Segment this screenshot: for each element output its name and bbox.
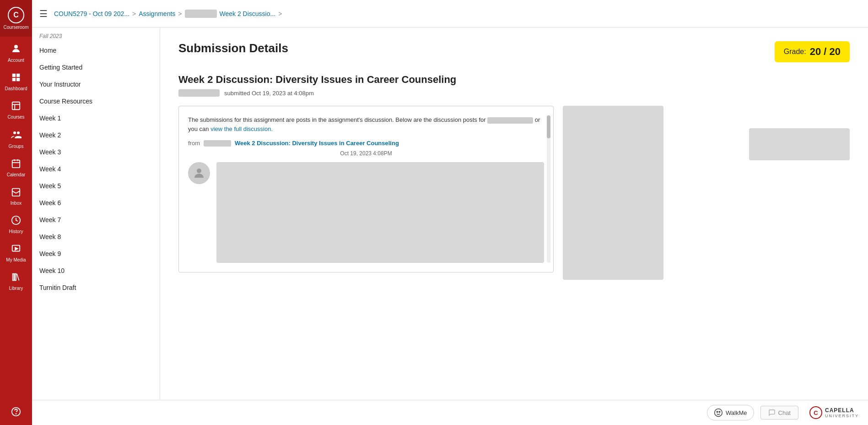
sidebar-item-history[interactable]: History [0,211,32,239]
svg-point-23 [715,409,722,417]
walkme-button[interactable]: WalkMe [707,405,754,420]
svg-rect-18 [13,274,14,281]
view-full-discussion-link[interactable]: view the full discussion. [210,125,273,132]
breadcrumb-course[interactable]: COUN5279 - Oct 09 202... [54,10,129,17]
breadcrumb-sep2: > [178,10,182,17]
mymedia-icon [11,244,21,256]
discussion-container: The submissions for this assignment are … [178,106,554,272]
sidebar-item-week5[interactable]: Week 5 [32,178,160,195]
breadcrumb-sep1: > [132,10,136,17]
sidebar-season: Fall 2023 [32,27,160,42]
post-date: Oct 19, 2023 4:08PM [188,150,544,157]
sidebar-item-week9[interactable]: Week 9 [32,245,160,262]
content-wrapper: Fall 2023 Home Getting Started Your Inst… [32,27,868,400]
breadcrumb-assignments[interactable]: Assignments [139,10,175,17]
svg-rect-10 [12,160,20,168]
top-bar: ☰ COUN5279 - Oct 09 202... > Assignments… [32,0,868,27]
logo-area[interactable]: C Courseroom [0,0,32,37]
page-title: Submission Details [178,41,850,55]
svg-rect-1 [12,74,16,77]
help-icon [11,407,21,420]
svg-point-8 [13,131,16,134]
courseroom-logo: C [8,7,24,23]
sidebar-item-your-instructor[interactable]: Your Instructor [32,76,160,93]
avatar [188,162,210,184]
discussion-scroll-thumb[interactable] [547,115,550,138]
sidebar-item-week7[interactable]: Week 7 [32,212,160,229]
sidebar-item-week3[interactable]: Week 3 [32,144,160,161]
svg-rect-14 [12,189,20,196]
library-icon [11,272,21,285]
capella-text-block: CAPELLA UNIVERSITY [825,407,859,418]
discussion-body-text: The submissions for this assignment are … [188,115,544,133]
dashboard-label: Dashboard [5,86,27,92]
breadcrumb-redacted [185,10,217,18]
sidebar-item-help[interactable] [0,402,32,425]
post-entry [188,162,544,263]
right-info-panel [749,128,850,160]
sidebar-item-calendar[interactable]: Calendar [0,154,32,182]
walkme-label: WalkMe [726,409,747,416]
sidebar-item-week1[interactable]: Week 1 [32,110,160,127]
svg-point-24 [717,411,718,413]
courses-icon [11,101,21,114]
chat-label: Chat [778,409,791,416]
sidebar-item-week4[interactable]: Week 4 [32,161,160,178]
breadcrumb: COUN5279 - Oct 09 202... > Assignments >… [54,10,282,18]
inbox-icon [11,187,21,200]
submitted-text: submitted Oct 19, 2023 at 4:08pm [224,90,314,97]
from-redacted [204,140,231,147]
capella-name: CAPELLA [825,407,859,414]
left-navigation: C Courseroom Account Dashboard Courses G… [0,0,32,425]
svg-point-9 [17,131,20,134]
svg-rect-5 [12,102,20,110]
chat-button[interactable]: Chat [760,406,798,420]
courses-label: Courses [7,114,24,120]
from-row: from Week 2 Discussion: Diversity Issues… [188,140,544,147]
bottom-bar: WalkMe Chat C CAPELLA UNIVERSITY [32,400,868,425]
page-content: Submission Details Grade: 20 / 20 Week 2… [160,27,868,400]
sidebar-item-week6[interactable]: Week 6 [32,195,160,212]
sidebar-item-mymedia[interactable]: My Media [0,239,32,267]
svg-rect-3 [12,78,16,81]
groups-icon [11,129,22,143]
sidebar-item-account[interactable]: Account [0,38,32,68]
discussion-intro: The submissions for this assignment are … [188,116,487,123]
svg-point-25 [719,411,720,413]
walkme-icon [714,408,723,417]
discussion-scrollbar[interactable] [547,115,550,263]
capella-logo: C CAPELLA UNIVERSITY [809,406,859,419]
hamburger-menu[interactable]: ☰ [39,8,48,19]
sidebar-item-home[interactable]: Home [32,42,160,59]
sidebar-item-getting-started[interactable]: Getting Started [32,59,160,76]
from-label: from [188,140,200,147]
account-icon [11,43,22,57]
sidebar-item-inbox[interactable]: Inbox [0,182,32,211]
sidebar-item-groups[interactable]: Groups [0,125,32,154]
svg-point-21 [16,414,16,414]
sidebar-item-dashboard[interactable]: Dashboard [0,68,32,96]
svg-marker-17 [15,247,18,250]
breadcrumb-week[interactable]: Week 2 Discussio... [220,10,276,17]
sidebar-item-week8[interactable]: Week 8 [32,229,160,245]
discussion-title: Week 2 Discussion: Diversity Issues in C… [178,74,850,86]
sidebar-item-courses[interactable]: Courses [0,96,32,125]
chat-icon [768,409,776,416]
sidebar-item-course-resources[interactable]: Course Resources [32,93,160,110]
mymedia-label: My Media [6,257,26,263]
discussion-link[interactable]: Week 2 Discussion: Diversity Issues in C… [235,140,399,147]
sidebar-item-library[interactable]: Library [0,267,32,296]
svg-point-0 [14,45,18,49]
svg-rect-2 [16,74,20,77]
submitter-redacted [178,89,220,97]
sidebar-item-week10[interactable]: Week 10 [32,262,160,279]
capella-logo-icon: C [809,406,822,419]
sidebar-item-week2[interactable]: Week 2 [32,127,160,144]
sidebar-item-turnitin[interactable]: Turnitin Draft [32,279,160,296]
inbox-label: Inbox [11,201,22,206]
post-body-redacted [216,162,544,263]
svg-point-22 [197,169,201,173]
history-label: History [9,229,23,234]
submission-meta: submitted Oct 19, 2023 at 4:08pm [178,89,850,97]
grade-label: Grade: [784,48,806,56]
